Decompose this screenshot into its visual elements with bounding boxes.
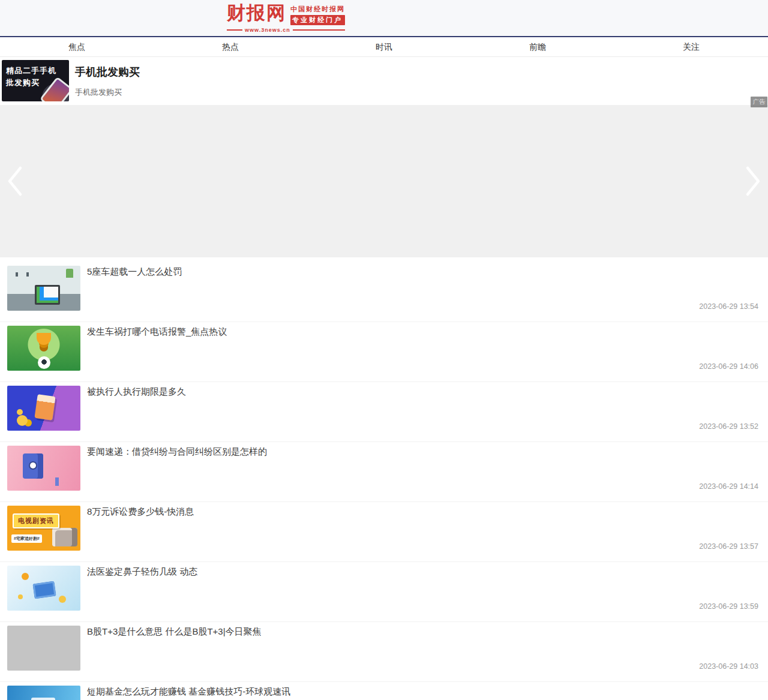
news-timestamp: 2023-06-29 13:57 (699, 542, 758, 551)
chevron-left-icon (6, 190, 24, 199)
news-thumbnail[interactable] (7, 686, 80, 700)
news-thumbnail[interactable] (7, 446, 80, 491)
news-title[interactable]: 发生车祸打哪个电话报警_焦点热议 (87, 326, 758, 338)
ad-image-line1: 精品二手手机 (6, 65, 69, 77)
news-body: 法医鉴定鼻子轻伤几级 动态 2023-06-29 13:59 (80, 566, 758, 611)
logo-text: 财报网 (227, 4, 286, 22)
news-body: 要闻速递：借贷纠纷与合同纠纷区别是怎样的 2023-06-29 14:14 (80, 446, 758, 491)
news-title[interactable]: B股T+3是什么意思 什么是B股T+3|今日聚焦 (87, 626, 758, 638)
news-item[interactable]: 电视剧资讯 #宅家追好剧# 8万元诉讼费多少钱-快消息 2023-06-29 1… (0, 502, 768, 562)
nav-item-1[interactable]: 焦点 (0, 37, 154, 56)
news-body: 被执行人执行期限是多久 2023-06-29 13:52 (80, 386, 758, 431)
main-nav: 焦点热点时讯前瞻关注 (0, 37, 768, 57)
news-thumbnail[interactable] (7, 326, 80, 371)
nav-item-2[interactable]: 热点 (154, 37, 307, 56)
news-thumbnail[interactable] (7, 626, 80, 671)
carousel-next-button[interactable] (744, 165, 762, 197)
logo-url-dash-left (227, 29, 242, 31)
news-title[interactable]: 要闻速递：借贷纠纷与合同纠纷区别是怎样的 (87, 446, 758, 458)
news-item[interactable]: B股T+3是什么意思 什么是B股T+3|今日聚焦 2023-06-29 14:0… (0, 622, 768, 682)
carousel-prev-button[interactable] (6, 165, 24, 197)
news-thumbnail[interactable]: 电视剧资讯 #宅家追好剧# (7, 506, 80, 551)
news-item[interactable]: 5座车超载一人怎么处罚 2023-06-29 13:54 (0, 262, 768, 322)
news-thumbnail[interactable] (7, 386, 80, 431)
logo-url-dash-right (293, 29, 345, 31)
news-body: 发生车祸打哪个电话报警_焦点热议 2023-06-29 14:06 (80, 326, 758, 371)
news-timestamp: 2023-06-29 13:54 (699, 302, 758, 311)
ad-text: 手机批发购买 手机批发购买 (69, 57, 140, 105)
carousel (0, 105, 768, 257)
news-item[interactable]: 发生车祸打哪个电话报警_焦点热议 2023-06-29 14:06 (0, 322, 768, 382)
news-title[interactable]: 被执行人执行期限是多久 (87, 386, 758, 398)
news-body: 5座车超载一人怎么处罚 2023-06-29 13:54 (80, 266, 758, 311)
news-item[interactable]: 被执行人执行期限是多久 2023-06-29 13:52 (0, 382, 768, 442)
site-header: 财报网 中国财经时报网 专业财经门户 www.3news.cn (0, 0, 768, 37)
nav-item-5[interactable]: 关注 (614, 37, 768, 56)
logo-url-row: www.3news.cn (227, 27, 345, 33)
news-timestamp: 2023-06-29 14:14 (699, 482, 758, 491)
news-item[interactable]: 短期基金怎么玩才能赚钱 基金赚钱技巧-环球观速讯 (0, 682, 768, 700)
ad-image-line2: 批发购买 (6, 77, 69, 89)
news-timestamp: 2023-06-29 14:03 (699, 662, 758, 671)
news-body: B股T+3是什么意思 什么是B股T+3|今日聚焦 2023-06-29 14:0… (80, 626, 758, 671)
chevron-right-icon (744, 190, 762, 199)
logo-tagline-2: 专业财经门户 (290, 15, 345, 25)
news-body: 短期基金怎么玩才能赚钱 基金赚钱技巧-环球观速讯 (80, 686, 758, 700)
ad-image[interactable]: 精品二手手机 批发购买 (2, 60, 69, 101)
ad-banner[interactable]: 精品二手手机 批发购买 手机批发购买 手机批发购买 广告 (0, 57, 768, 105)
thumbnail-banner-text: 电视剧资讯 (13, 513, 59, 528)
news-timestamp: 2023-06-29 14:06 (699, 362, 758, 371)
logo-tagline-1: 中国财经时报网 (290, 5, 345, 14)
news-title[interactable]: 8万元诉讼费多少钱-快消息 (87, 506, 758, 518)
news-timestamp: 2023-06-29 13:59 (699, 602, 758, 611)
news-title[interactable]: 5座车超载一人怎么处罚 (87, 266, 758, 278)
thumbnail-tag-text: #宅家追好剧# (11, 534, 42, 543)
news-thumbnail[interactable] (7, 566, 80, 611)
news-list: 5座车超载一人怎么处罚 2023-06-29 13:54 发生车祸打哪个电话报警… (0, 257, 768, 700)
site-logo[interactable]: 财报网 中国财经时报网 专业财经门户 www.3news.cn (227, 4, 345, 33)
news-title[interactable]: 短期基金怎么玩才能赚钱 基金赚钱技巧-环球观速讯 (87, 686, 758, 698)
news-thumbnail[interactable] (7, 266, 80, 311)
news-timestamp: 2023-06-29 13:52 (699, 422, 758, 431)
news-body: 8万元诉讼费多少钱-快消息 2023-06-29 13:57 (80, 506, 758, 551)
ad-badge: 广告 (751, 97, 767, 107)
ad-title[interactable]: 手机批发购买 (75, 65, 140, 79)
nav-item-3[interactable]: 时讯 (307, 37, 461, 56)
ad-description: 手机批发购买 (75, 87, 140, 98)
logo-url: www.3news.cn (245, 27, 290, 33)
news-item[interactable]: 要闻速递：借贷纠纷与合同纠纷区别是怎样的 2023-06-29 14:14 (0, 442, 768, 502)
news-item[interactable]: 法医鉴定鼻子轻伤几级 动态 2023-06-29 13:59 (0, 562, 768, 622)
nav-item-4[interactable]: 前瞻 (461, 37, 614, 56)
news-title[interactable]: 法医鉴定鼻子轻伤几级 动态 (87, 566, 758, 578)
